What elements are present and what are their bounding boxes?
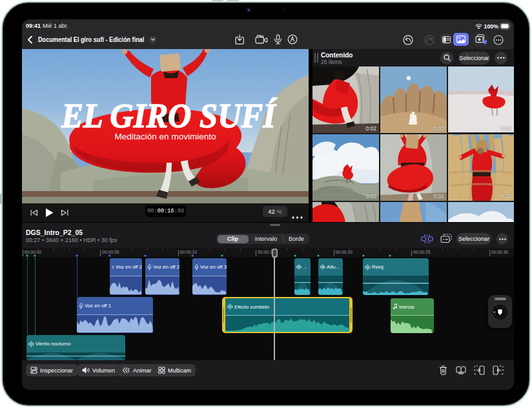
svg-text:100%: 100%: [484, 23, 499, 30]
